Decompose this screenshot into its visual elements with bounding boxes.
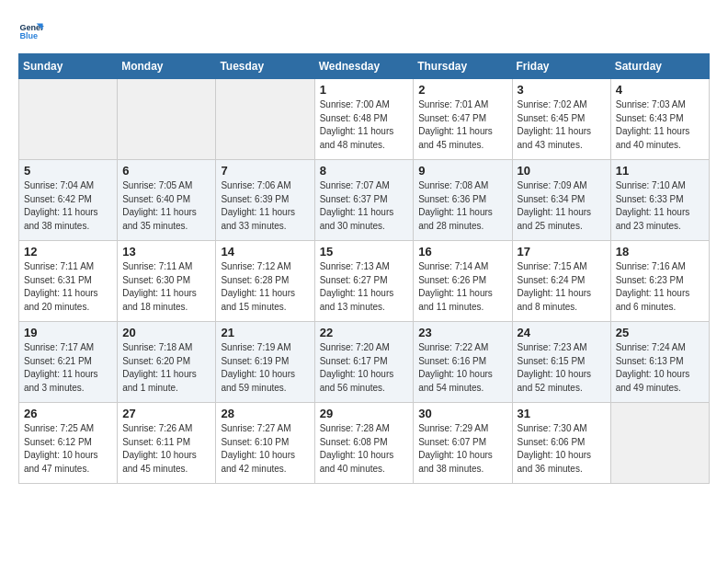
calendar-day-cell: 12Sunrise: 7:11 AMSunset: 6:31 PMDayligh…	[19, 241, 118, 322]
calendar-week-row: 1Sunrise: 7:00 AMSunset: 6:48 PMDaylight…	[19, 79, 710, 160]
calendar-week-row: 19Sunrise: 7:17 AMSunset: 6:21 PMDayligh…	[19, 322, 710, 403]
day-info: Sunrise: 7:14 AMSunset: 6:26 PMDaylight:…	[418, 260, 506, 314]
calendar-day-cell: 23Sunrise: 7:22 AMSunset: 6:16 PMDayligh…	[414, 322, 512, 403]
day-number: 3	[518, 83, 606, 97]
calendar-day-cell: 10Sunrise: 7:09 AMSunset: 6:34 PMDayligh…	[512, 160, 610, 241]
day-number: 8	[320, 164, 409, 178]
day-info: Sunrise: 7:20 AMSunset: 6:17 PMDaylight:…	[320, 341, 409, 395]
day-number: 26	[24, 407, 112, 420]
page-header: General Blue	[18, 18, 710, 44]
calendar-day-cell: 15Sunrise: 7:13 AMSunset: 6:27 PMDayligh…	[314, 241, 414, 322]
day-info: Sunrise: 7:06 AMSunset: 6:39 PMDaylight:…	[221, 179, 309, 233]
day-number: 20	[122, 326, 210, 339]
calendar-day-cell: 20Sunrise: 7:18 AMSunset: 6:20 PMDayligh…	[118, 322, 216, 403]
day-number: 28	[221, 407, 309, 420]
day-info: Sunrise: 7:29 AMSunset: 6:07 PMDaylight:…	[418, 422, 506, 476]
day-number: 11	[616, 164, 704, 178]
day-info: Sunrise: 7:28 AMSunset: 6:08 PMDaylight:…	[320, 422, 409, 476]
day-number: 4	[616, 83, 704, 97]
calendar-day-cell: 5Sunrise: 7:04 AMSunset: 6:42 PMDaylight…	[19, 160, 118, 241]
calendar-day-cell: 22Sunrise: 7:20 AMSunset: 6:17 PMDayligh…	[314, 322, 414, 403]
day-number: 29	[320, 407, 409, 420]
calendar-day-cell: 13Sunrise: 7:11 AMSunset: 6:30 PMDayligh…	[118, 241, 216, 322]
calendar-day-cell: 3Sunrise: 7:02 AMSunset: 6:45 PMDaylight…	[512, 79, 610, 160]
day-info: Sunrise: 7:12 AMSunset: 6:28 PMDaylight:…	[221, 260, 309, 314]
calendar-day-cell	[216, 79, 314, 160]
calendar-week-row: 12Sunrise: 7:11 AMSunset: 6:31 PMDayligh…	[19, 241, 710, 322]
day-info: Sunrise: 7:00 AMSunset: 6:48 PMDaylight:…	[320, 98, 409, 152]
calendar-day-cell: 11Sunrise: 7:10 AMSunset: 6:33 PMDayligh…	[610, 160, 709, 241]
calendar-day-cell: 24Sunrise: 7:23 AMSunset: 6:15 PMDayligh…	[512, 322, 610, 403]
calendar-day-cell: 30Sunrise: 7:29 AMSunset: 6:07 PMDayligh…	[414, 403, 512, 484]
day-info: Sunrise: 7:17 AMSunset: 6:21 PMDaylight:…	[24, 341, 112, 395]
day-info: Sunrise: 7:24 AMSunset: 6:13 PMDaylight:…	[616, 341, 704, 395]
logo-icon: General Blue	[18, 18, 44, 44]
weekday-header: Tuesday	[216, 54, 314, 79]
day-info: Sunrise: 7:13 AMSunset: 6:27 PMDaylight:…	[320, 260, 409, 314]
day-number: 7	[221, 164, 309, 178]
calendar-day-cell: 16Sunrise: 7:14 AMSunset: 6:26 PMDayligh…	[414, 241, 512, 322]
day-number: 24	[518, 326, 606, 339]
day-number: 23	[418, 326, 506, 339]
day-number: 25	[616, 326, 704, 339]
day-info: Sunrise: 7:15 AMSunset: 6:24 PMDaylight:…	[518, 260, 606, 314]
day-number: 12	[24, 245, 112, 259]
day-number: 5	[24, 164, 112, 178]
day-number: 30	[418, 407, 506, 420]
day-number: 27	[122, 407, 210, 420]
svg-text:Blue: Blue	[19, 31, 38, 40]
day-number: 13	[122, 245, 210, 259]
logo: General Blue	[18, 18, 48, 44]
day-info: Sunrise: 7:11 AMSunset: 6:31 PMDaylight:…	[24, 260, 112, 314]
calendar-day-cell: 4Sunrise: 7:03 AMSunset: 6:43 PMDaylight…	[610, 79, 709, 160]
day-number: 9	[418, 164, 506, 178]
day-number: 15	[320, 245, 409, 259]
calendar-week-row: 26Sunrise: 7:25 AMSunset: 6:12 PMDayligh…	[19, 403, 710, 484]
calendar-day-cell: 29Sunrise: 7:28 AMSunset: 6:08 PMDayligh…	[314, 403, 414, 484]
calendar-week-row: 5Sunrise: 7:04 AMSunset: 6:42 PMDaylight…	[19, 160, 710, 241]
calendar-day-cell: 26Sunrise: 7:25 AMSunset: 6:12 PMDayligh…	[19, 403, 118, 484]
calendar-day-cell: 18Sunrise: 7:16 AMSunset: 6:23 PMDayligh…	[610, 241, 709, 322]
day-info: Sunrise: 7:02 AMSunset: 6:45 PMDaylight:…	[518, 98, 606, 152]
day-number: 19	[24, 326, 112, 339]
day-info: Sunrise: 7:11 AMSunset: 6:30 PMDaylight:…	[122, 260, 210, 314]
day-info: Sunrise: 7:27 AMSunset: 6:10 PMDaylight:…	[221, 422, 309, 476]
day-info: Sunrise: 7:03 AMSunset: 6:43 PMDaylight:…	[616, 98, 704, 152]
weekday-header: Thursday	[414, 54, 512, 79]
calendar-day-cell: 1Sunrise: 7:00 AMSunset: 6:48 PMDaylight…	[314, 79, 414, 160]
day-number: 16	[418, 245, 506, 259]
calendar-day-cell: 25Sunrise: 7:24 AMSunset: 6:13 PMDayligh…	[610, 322, 709, 403]
day-info: Sunrise: 7:16 AMSunset: 6:23 PMDaylight:…	[616, 260, 704, 314]
day-info: Sunrise: 7:26 AMSunset: 6:11 PMDaylight:…	[122, 422, 210, 476]
weekday-header: Monday	[118, 54, 216, 79]
day-number: 31	[518, 407, 606, 420]
day-info: Sunrise: 7:19 AMSunset: 6:19 PMDaylight:…	[221, 341, 309, 395]
day-info: Sunrise: 7:01 AMSunset: 6:47 PMDaylight:…	[418, 98, 506, 152]
day-number: 1	[320, 83, 409, 97]
weekday-header: Sunday	[19, 54, 118, 79]
day-info: Sunrise: 7:23 AMSunset: 6:15 PMDaylight:…	[518, 341, 606, 395]
day-info: Sunrise: 7:08 AMSunset: 6:36 PMDaylight:…	[418, 179, 506, 233]
day-info: Sunrise: 7:22 AMSunset: 6:16 PMDaylight:…	[418, 341, 506, 395]
day-info: Sunrise: 7:18 AMSunset: 6:20 PMDaylight:…	[122, 341, 210, 395]
calendar-day-cell: 21Sunrise: 7:19 AMSunset: 6:19 PMDayligh…	[216, 322, 314, 403]
day-info: Sunrise: 7:30 AMSunset: 6:06 PMDaylight:…	[518, 422, 606, 476]
day-info: Sunrise: 7:25 AMSunset: 6:12 PMDaylight:…	[24, 422, 112, 476]
day-number: 10	[518, 164, 606, 178]
day-number: 2	[418, 83, 506, 97]
day-info: Sunrise: 7:05 AMSunset: 6:40 PMDaylight:…	[122, 179, 210, 233]
header-row: SundayMondayTuesdayWednesdayThursdayFrid…	[19, 54, 710, 79]
day-number: 17	[518, 245, 606, 259]
day-number: 14	[221, 245, 309, 259]
calendar-day-cell: 27Sunrise: 7:26 AMSunset: 6:11 PMDayligh…	[118, 403, 216, 484]
calendar-day-cell: 9Sunrise: 7:08 AMSunset: 6:36 PMDaylight…	[414, 160, 512, 241]
day-number: 21	[221, 326, 309, 339]
day-info: Sunrise: 7:07 AMSunset: 6:37 PMDaylight:…	[320, 179, 409, 233]
day-number: 22	[320, 326, 409, 339]
calendar-day-cell: 8Sunrise: 7:07 AMSunset: 6:37 PMDaylight…	[314, 160, 414, 241]
day-info: Sunrise: 7:10 AMSunset: 6:33 PMDaylight:…	[616, 179, 704, 233]
calendar-day-cell: 31Sunrise: 7:30 AMSunset: 6:06 PMDayligh…	[512, 403, 610, 484]
day-info: Sunrise: 7:04 AMSunset: 6:42 PMDaylight:…	[24, 179, 112, 233]
weekday-header: Wednesday	[314, 54, 414, 79]
day-number: 18	[616, 245, 704, 259]
